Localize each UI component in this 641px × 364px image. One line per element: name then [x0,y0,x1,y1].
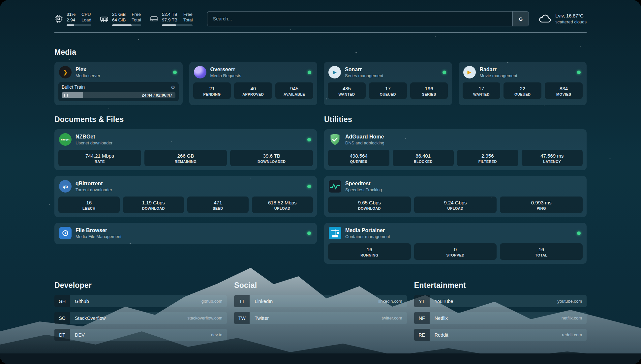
service-link-portainer[interactable]: Media Portainer Container management [328,226,583,240]
resource-widget-disk: 52.4 TB Free 97.9 TB Total [150,12,193,26]
bookmark-netflix[interactable]: NF Netflix netflix.com [414,312,587,324]
overseerr-icon [194,66,206,78]
memory-icon [100,15,108,23]
portainer-icon [329,227,341,239]
playback-progress-bar[interactable]: 24:44 / 02:06:47 [62,92,175,98]
service-card-filebrowser: File Browser Media File Management [54,223,317,244]
radarr-icon: ▶ [463,66,476,78]
column-utilities: Utilities [324,115,587,264]
service-link-radarr[interactable]: ▶ Radarr Movie management [463,65,583,79]
cpu-label: CPU [81,12,91,17]
bookmark-name: DEV [70,332,85,338]
service-card-radarr: ▶ Radarr Movie management 17 WANTED 22 Q… [459,62,587,105]
stat-pending: 21 PENDING [193,82,231,99]
stat-upload: 618.52 Mbps UPLOAD [252,197,313,213]
disk-total-label: Total [183,17,193,23]
cloud-icon [538,12,551,25]
service-link-speedtest[interactable]: Speedtest Speedtest Tracking [328,179,583,193]
section-title-utilities: Utilities [324,115,587,124]
pause-icon[interactable] [64,94,68,97]
service-name: Speedtest [345,180,382,187]
bookmark-name: Github [70,299,89,304]
playback-time: 24:44 / 02:06:47 [142,93,172,98]
stat-wanted: 485 WANTED [328,82,366,99]
service-subtitle: Container management [345,234,390,239]
service-subtitle: Media File Management [76,234,121,239]
bookmark-group-entertainment: Entertainment YT YouTube youtube.com NF … [414,281,587,346]
bookmark-stackoverflow[interactable]: SO StackOverflow stackoverflow.com [54,312,227,324]
stat-wanted: 17 WANTED [463,82,501,99]
bookmark-domain: twitter.com [382,316,407,320]
cpu-percent: 31% [67,12,76,17]
bookmark-name: LinkedIn [250,299,273,304]
service-name: Overseerr [210,66,241,73]
status-dot [443,71,446,74]
service-card-qbittorrent: qb qBittorrent Torrent downloader 16 LEE… [54,176,317,217]
filebrowser-icon [59,227,72,239]
bookmark-abbr: YT [414,295,430,307]
service-link-sonarr[interactable]: ▶ Sonarr Series management [328,65,448,79]
now-playing-title: Bullet Train [62,84,85,90]
bookmark-abbr: DT [54,329,70,341]
service-subtitle: Speedtest Tracking [345,187,382,193]
stat-total: 16 TOTAL [500,243,583,260]
stat-blocked: 86,401 BLOCKED [393,150,454,166]
service-link-filebrowser[interactable]: File Browser Media File Management [58,226,313,240]
top-bar-divider [54,32,587,33]
plex-icon: ❯ [59,66,72,78]
status-dot [577,71,581,74]
status-dot [307,231,311,235]
bookmark-abbr: NF [414,312,430,324]
memory-usage-bar [112,24,141,26]
service-link-adguard[interactable]: AdGuard Home DNS and adblocking [328,133,583,146]
stat-remaining: 266 GB REMAINING [144,150,227,166]
service-name: qBittorrent [76,180,112,187]
top-bar: 31% CPU 2.94 Load 21 GiB Free [54,11,587,26]
stat-download: 1.19 Gbps DOWNLOAD [123,197,184,213]
bookmark-linkedin[interactable]: LI LinkedIn linkedin.com [234,295,407,307]
disk-usage-bar [162,24,193,26]
bookmark-youtube[interactable]: YT YouTube youtube.com [414,295,587,307]
settings-gear-icon[interactable]: ⚙ [171,85,175,90]
weather-widget: Lviv, 16.87°C scattered clouds [538,12,587,25]
service-name: Media Portainer [345,227,390,234]
stat-latency: 47.569 ms LATENCY [522,150,583,166]
cpu-load-value: 2.94 [67,17,76,23]
service-link-nzbget[interactable]: nzbget NZBGet Usenet downloader [58,133,313,146]
section-title-entertainment: Entertainment [414,281,587,290]
bookmark-twitter[interactable]: TW Twitter twitter.com [234,312,407,324]
stat-series: 196 SERIES [410,82,448,99]
service-subtitle: Media server [76,73,100,78]
bookmark-github[interactable]: GH Github github.com [54,295,227,307]
stat-filtered: 2,956 FILTERED [457,150,518,166]
search-input[interactable] [207,16,512,21]
service-card-adguard: AdGuard Home DNS and adblocking 498,564 … [324,129,587,170]
sonarr-icon: ▶ [328,66,341,78]
bookmark-name: YouTube [430,299,453,304]
memory-free-value: 21 GiB [112,12,126,17]
stat-queued: 17 QUEUED [369,82,407,99]
service-link-overseerr[interactable]: Overseerr Media Requests [193,65,314,79]
stat-movies: 834 MOVIES [545,82,583,99]
service-link-plex[interactable]: ❯ Plex Media server [58,65,179,79]
bookmark-abbr: TW [234,312,250,324]
bookmark-dev[interactable]: DT DEV dev.to [54,329,227,341]
disk-free-label: Free [183,12,193,17]
service-card-portainer: Media Portainer Container management 16 … [324,223,587,264]
service-name: Radarr [480,66,517,73]
status-dot [307,138,311,141]
stat-seed: 471 SEED [187,197,249,213]
memory-free-label: Free [132,12,141,17]
bookmark-domain: github.com [201,299,227,304]
bookmark-reddit[interactable]: RE Reddit reddit.com [414,329,587,341]
qbittorrent-icon: qb [59,180,72,193]
disk-icon [150,15,158,23]
stat-download: 9.65 Gbps DOWNLOAD [328,197,411,213]
stat-available: 945 AVAILABLE [275,82,313,99]
memory-total-label: Total [132,17,141,23]
weather-condition: scattered clouds [555,19,587,25]
search-provider-button[interactable]: G [512,12,529,26]
bookmark-name: Reddit [430,332,448,338]
stat-leech: 16 LEECH [58,197,120,213]
service-link-qbittorrent[interactable]: qb qBittorrent Torrent downloader [58,179,313,193]
